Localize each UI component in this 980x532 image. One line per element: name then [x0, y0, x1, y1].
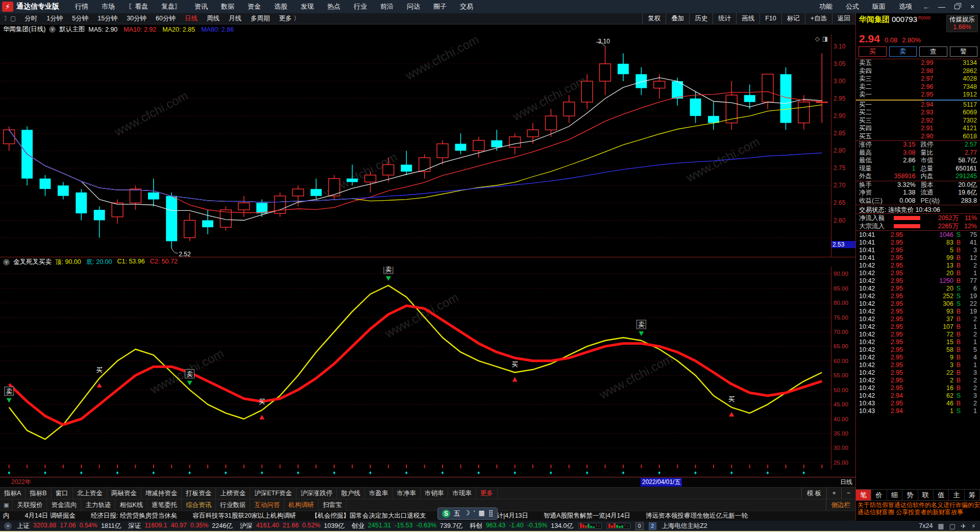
tick-row[interactable]: 10:422.953B1: [856, 361, 980, 369]
period-7[interactable]: 周线: [202, 14, 224, 23]
tick-row[interactable]: 10:412.955B3: [856, 247, 980, 254]
tool-5[interactable]: F10: [760, 13, 781, 25]
candle-down[interactable]: [310, 189, 322, 196]
chevron-down-icon[interactable]: ∨: [49, 26, 56, 33]
indicator-tab-8[interactable]: 沪深ETF资金: [250, 488, 297, 499]
panel-toggle-icon[interactable]: 〗▢: [0, 14, 20, 23]
ime-toolbar[interactable]: S 五☽’▦⣿: [437, 507, 498, 520]
sector-box[interactable]: 传媒娱乐 1.66%: [946, 15, 978, 32]
news-item-4[interactable]: 【机会挖掘】国常会决定加大出口退税支: [311, 512, 426, 520]
ime-logo-icon[interactable]: S: [442, 510, 450, 518]
candle-down[interactable]: [491, 140, 502, 148]
tick-row[interactable]: 10:422.9513B2: [856, 262, 980, 270]
tick-row[interactable]: 10:422.952B2: [856, 377, 980, 384]
tool-8[interactable]: 返回: [832, 13, 855, 25]
expand-icon[interactable]: »: [4, 522, 12, 530]
news-item-6[interactable]: 智通A股限售解禁一览|4月14日: [544, 512, 630, 520]
news-item-1[interactable]: 4月14日 调研掘金: [25, 512, 76, 520]
tool-4[interactable]: 画线: [736, 13, 760, 25]
menu-3[interactable]: 复盘〗: [155, 2, 188, 11]
candle-up[interactable]: [816, 102, 827, 103]
ime-item-4[interactable]: ⣿: [488, 509, 494, 518]
period-1[interactable]: 1分钟: [42, 14, 67, 23]
tick-row[interactable]: 10:412.9599B12: [856, 254, 980, 262]
stock-name[interactable]: 华闻集团: [859, 15, 890, 25]
ime-item-2[interactable]: ’: [474, 509, 475, 518]
ime-item-0[interactable]: 五: [454, 509, 460, 518]
info-tab-7[interactable]: 互动问答: [250, 499, 284, 511]
menu-2[interactable]: 〖看盘: [121, 2, 155, 11]
monitor-icon[interactable]: ▢: [949, 522, 955, 530]
tool-7[interactable]: +自选: [805, 13, 832, 25]
candle-down[interactable]: [40, 179, 51, 189]
tool-1[interactable]: 叠加: [666, 13, 689, 25]
ask-row[interactable]: 卖二2.967348: [856, 83, 980, 91]
info-tab-4[interactable]: 逐笔委托: [148, 499, 182, 511]
candle-up[interactable]: [4, 130, 15, 143]
candle-up[interactable]: [762, 74, 773, 102]
candle-down[interactable]: [76, 192, 87, 213]
tool-3[interactable]: 统计: [713, 13, 736, 25]
candle-up[interactable]: [600, 64, 611, 81]
lightning-icon[interactable]: ⚡: [971, 522, 976, 530]
candle-up[interactable]: [112, 203, 123, 216]
candle-down[interactable]: [166, 196, 177, 241]
menu-6[interactable]: 资金: [241, 2, 267, 11]
ime-item-1[interactable]: ☽: [464, 509, 470, 518]
announcement-ticker[interactable]: 关于防范假冒通达信软件的名义进行诈骗的安全公告通达信财富圈 公享投资者的新财富故…: [856, 500, 980, 521]
ask-row[interactable]: 卖五2.993134: [856, 59, 980, 67]
candle-up[interactable]: [564, 102, 575, 116]
tick-list[interactable]: 10:412.951046S7510:412.9583B4110:412.955…: [856, 230, 980, 489]
news-item-3[interactable]: 容百科技等31股获20家以上机构调研: [192, 512, 296, 520]
tick-row[interactable]: 10:422.95252S19: [856, 293, 980, 300]
panel-tab-势[interactable]: 势: [902, 490, 918, 500]
period-8[interactable]: 月线: [224, 14, 246, 23]
diamond-icon[interactable]: ◇: [815, 35, 820, 42]
index-1[interactable]: 深证11609.140.970.35%2246亿: [128, 522, 232, 530]
indicator-tab-14[interactable]: 市现率: [448, 488, 476, 499]
candle-down[interactable]: [618, 64, 629, 74]
tick-row[interactable]: 10:422.95107B1: [856, 323, 980, 331]
candle-down[interactable]: [148, 192, 159, 200]
candle-up[interactable]: [581, 81, 593, 102]
candle-down[interactable]: [690, 99, 701, 116]
tick-row[interactable]: 10:422.9520S6: [856, 285, 980, 293]
period-0[interactable]: 分时: [20, 14, 42, 23]
candle-down[interactable]: [744, 95, 755, 102]
menu-13[interactable]: 圈子: [427, 2, 453, 11]
candle-up[interactable]: [184, 221, 195, 238]
ask-row[interactable]: 卖三2.974028: [856, 75, 980, 83]
menu-12[interactable]: 问达: [400, 2, 427, 11]
tick-row[interactable]: 10:412.9583B41: [856, 239, 980, 247]
indicator-tab-12[interactable]: 市净率: [393, 488, 421, 499]
menu-8[interactable]: 发现: [294, 2, 321, 11]
index-2[interactable]: 沪深4161.4021.660.52%1039亿: [240, 522, 345, 530]
satellite-icon[interactable]: ✈: [961, 522, 966, 530]
indicator-tab-1[interactable]: 指标B: [26, 488, 51, 499]
indicator-tab-0[interactable]: 指标A: [0, 488, 26, 499]
indicator-tab-6[interactable]: 打板资金: [182, 488, 216, 499]
tick-row[interactable]: 10:432.941S1: [856, 407, 980, 415]
window-icon[interactable]: ▣: [0, 499, 13, 511]
remove-pane-button[interactable]: −: [841, 488, 855, 499]
back-arrow-icon[interactable]: ←: [919, 3, 934, 11]
period-3[interactable]: 15分钟: [93, 14, 122, 23]
news-ticker[interactable]: 内4月14日 调研掘金经济日报: 经营贷换房贷当休矣容百科技等31股获20家以上…: [0, 511, 855, 521]
indicator-tab-5[interactable]: 增减持资金: [141, 488, 182, 499]
tick-row[interactable]: 10:412.951046S75: [856, 231, 980, 239]
tick-row[interactable]: 10:422.9515B1: [856, 338, 980, 346]
candle-down[interactable]: [780, 74, 792, 123]
panel-tab-值[interactable]: 值: [934, 490, 949, 500]
badge-2[interactable]: 2: [649, 522, 657, 530]
chevron-down-icon[interactable]: ∨: [3, 259, 10, 265]
split-square-icon[interactable]: ◨: [822, 35, 828, 42]
candle-down[interactable]: [256, 203, 267, 213]
candle-up[interactable]: [546, 116, 557, 130]
candle-down[interactable]: [455, 144, 467, 151]
tool-2[interactable]: 历史: [689, 13, 713, 25]
candle-up[interactable]: [509, 137, 521, 147]
index-3[interactable]: 创业2451.31-15.53-0.63%739.7亿: [352, 522, 462, 530]
info-tab-9[interactable]: 扫雷宝: [318, 499, 347, 511]
period-6[interactable]: 日线: [180, 14, 202, 23]
minimize-button[interactable]: —: [934, 3, 949, 11]
